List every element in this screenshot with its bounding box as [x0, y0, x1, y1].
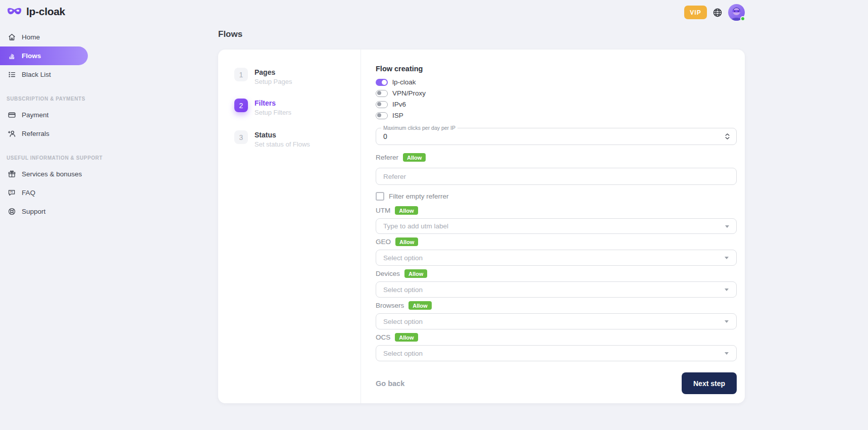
allow-badge[interactable]: Allow — [395, 237, 418, 246]
faq-bubble-icon: ?! — [8, 188, 16, 197]
toggle-label: IPv6 — [392, 101, 406, 108]
allow-badge[interactable]: Allow — [395, 333, 418, 342]
geo-select[interactable]: Select option — [376, 250, 737, 266]
max-clicks-input[interactable] — [383, 128, 706, 145]
toggle-row-vpn-proxy[interactable]: VPN/Proxy — [376, 89, 737, 97]
chevron-down-icon — [725, 257, 729, 259]
step-number: 2 — [234, 99, 248, 112]
sidebar-item-support[interactable]: Support — [0, 202, 88, 221]
person-add-icon — [8, 129, 16, 138]
browsers-label: Browsers — [376, 302, 404, 309]
utm-input[interactable] — [376, 218, 737, 234]
chevron-down-icon — [725, 352, 729, 355]
sidebar-item-label: Payment — [22, 111, 48, 119]
gift-icon — [8, 170, 16, 178]
number-stepper-icon[interactable] — [725, 133, 730, 139]
ocs-select[interactable]: Select option — [376, 345, 737, 361]
language-button[interactable] — [712, 8, 723, 18]
section-label-useful-information: USEFUL INFORMATION & SUPPORT — [7, 155, 83, 161]
lifebuoy-icon — [8, 207, 16, 216]
checkbox-label: Filter empty referrer — [389, 193, 449, 200]
select-placeholder: Select option — [383, 254, 423, 262]
sidebar-item-payment[interactable]: Payment — [0, 106, 88, 124]
home-icon — [8, 33, 16, 41]
toggle-switch-off[interactable] — [376, 90, 388, 97]
user-avatar[interactable] — [728, 4, 745, 21]
form-actions: Go back Next step — [376, 372, 737, 394]
toggle-label: ISP — [392, 112, 403, 119]
allow-badge[interactable]: Allow — [404, 269, 427, 278]
toggle-knob — [377, 102, 381, 106]
allow-badge[interactable]: Allow — [403, 153, 426, 162]
step-title: Filters — [254, 99, 291, 107]
max-clicks-field: Maximum clicks per day per IP — [376, 128, 737, 145]
select-placeholder: Select option — [383, 286, 423, 294]
step-title: Status — [254, 131, 310, 139]
sidebar-item-label: FAQ — [22, 189, 35, 197]
step-status[interactable]: 3 Status Set status of Flows — [234, 130, 310, 148]
toggle-label: lp-cloak — [392, 78, 416, 86]
referer-label-row: Referer Allow — [376, 153, 737, 162]
sidebar-item-flows[interactable]: Flows — [0, 46, 88, 65]
form-title: Flow creating — [376, 65, 737, 73]
sidebar-item-label: Services & bonuses — [22, 170, 82, 178]
toggle-row-isp[interactable]: ISP — [376, 112, 737, 119]
sidebar-item-services-bonuses[interactable]: Services & bonuses — [0, 165, 88, 183]
chevron-down-icon — [725, 225, 729, 228]
vip-button[interactable]: VIP — [684, 6, 707, 19]
sidebar-item-blacklist[interactable]: Black List — [0, 65, 88, 84]
devices-label-row: Devices Allow — [376, 269, 737, 278]
toggle-knob — [377, 113, 381, 117]
ocs-label-row: OCS Allow — [376, 333, 737, 342]
toggle-row-ipv6[interactable]: IPv6 — [376, 101, 737, 108]
select-placeholder: Select option — [383, 318, 423, 325]
toggle-group: lp-cloak VPN/Proxy IPv6 ISP — [376, 78, 737, 119]
sidebar-item-label: Support — [22, 208, 45, 215]
sidebar-item-faq[interactable]: ?! FAQ — [0, 183, 88, 202]
devices-select[interactable]: Select option — [376, 281, 737, 298]
globe-icon — [712, 8, 723, 18]
sidebar-item-referrals[interactable]: Referrals — [0, 124, 88, 143]
utm-label-row: UTM Allow — [376, 206, 737, 215]
select-placeholder: Select option — [383, 350, 423, 357]
sidebar-item-label: Home — [22, 33, 40, 41]
allow-badge[interactable]: Allow — [395, 206, 418, 215]
go-back-button[interactable]: Go back — [376, 379, 404, 388]
toggle-label: VPN/Proxy — [392, 89, 426, 97]
devices-label: Devices — [376, 270, 400, 277]
sidebar-item-label: Black List — [22, 71, 51, 78]
step-pages[interactable]: 1 Pages Setup Pages — [234, 68, 292, 85]
sidebar-item-label: Flows — [22, 52, 41, 60]
flow-form: Flow creating lp-cloak VPN/Proxy IPv6 IS… — [376, 50, 737, 394]
header-right: VIP — [684, 4, 745, 21]
toggle-row-lp-cloak[interactable]: lp-cloak — [376, 78, 737, 86]
step-number: 3 — [234, 130, 248, 144]
browsers-label-row: Browsers Allow — [376, 301, 737, 310]
brand-name: lp-cloak — [26, 6, 65, 18]
svg-text:?!: ?! — [10, 190, 13, 194]
allow-badge[interactable]: Allow — [409, 301, 431, 310]
chevron-down-icon — [725, 289, 729, 291]
toggle-switch-off[interactable] — [376, 101, 388, 108]
brand-logo[interactable]: lp-cloak — [7, 6, 65, 18]
sidebar: Home Flows Black List — [0, 28, 88, 221]
step-subtitle: Setup Filters — [254, 109, 291, 116]
list-icon — [8, 70, 16, 79]
geo-label-row: GEO Allow — [376, 237, 737, 246]
credit-card-icon — [8, 111, 16, 119]
stepper: 1 Pages Setup Pages 2 Filters Setup Filt… — [218, 50, 361, 403]
referer-input[interactable] — [376, 168, 737, 185]
browsers-select[interactable]: Select option — [376, 313, 737, 329]
mask-logo-icon — [7, 7, 22, 17]
app-root: lp-cloak VIP — [0, 0, 868, 430]
sidebar-item-home[interactable]: Home — [0, 28, 88, 46]
toggle-switch-on[interactable] — [376, 79, 388, 86]
step-subtitle: Setup Pages — [254, 78, 292, 85]
step-filters[interactable]: 2 Filters Setup Filters — [234, 99, 291, 116]
step-subtitle: Set status of Flows — [254, 140, 310, 148]
geo-label: GEO — [376, 238, 391, 246]
next-step-button[interactable]: Next step — [682, 372, 737, 394]
filter-empty-referrer-checkbox[interactable] — [376, 192, 384, 201]
toggle-switch-off[interactable] — [376, 112, 388, 119]
referer-label: Referer — [376, 154, 398, 161]
